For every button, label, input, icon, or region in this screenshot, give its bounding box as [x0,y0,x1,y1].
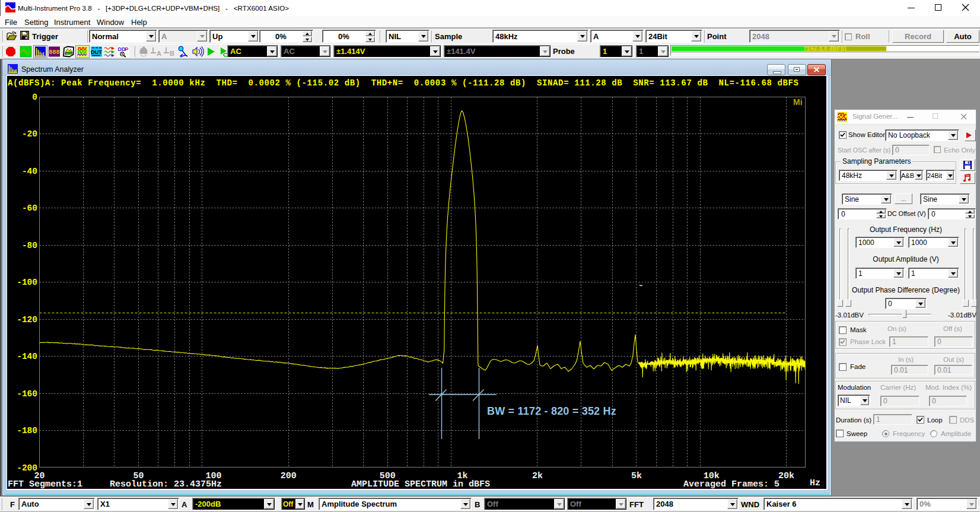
svg-text:FFT Segments:1: FFT Segments:1 [8,479,82,489]
svg-text:-40: -40 [22,167,37,176]
svg-text:2k: 2k [532,471,543,481]
svg-text:Resolution: 23.4375Hz: Resolution: 23.4375Hz [110,479,222,489]
svg-text:-20: -20 [22,129,37,139]
svg-text:Averaged Frames: 5: Averaged Frames: 5 [683,479,779,489]
svg-text:A: A [157,50,161,57]
svg-text:AMPLITUDE SPECTRUM in dBFS: AMPLITUDE SPECTRUM in dBFS [351,479,490,489]
svg-text:5k: 5k [631,471,642,481]
svg-text:-140: -140 [17,352,37,361]
svg-text:A(dBFS)A: Peak Frequency= 1.0: A(dBFS)A: Peak Frequency= 1.0000 kHz THD… [8,78,798,88]
svg-text:B: B [170,50,174,57]
svg-text:Mi: Mi [793,97,803,107]
svg-text:DUT: DUT [91,49,102,55]
svg-text:Hz: Hz [810,478,820,488]
svg-text:-120: -120 [17,315,37,325]
svg-text:200: 200 [281,471,297,481]
svg-text:-80: -80 [22,241,37,250]
svg-text:P: P [125,46,129,52]
svg-text:BW = 1172 - 820 = 352 Hz: BW = 1172 - 820 = 352 Hz [487,405,616,417]
svg-text:20k: 20k [778,471,794,481]
svg-text:-180: -180 [17,426,37,435]
svg-text:0: 0 [32,93,37,102]
svg-text:-60: -60 [22,203,37,213]
svg-text:-160: -160 [17,389,37,399]
svg-text:-100: -100 [17,278,37,287]
svg-text:888: 888 [49,49,59,56]
